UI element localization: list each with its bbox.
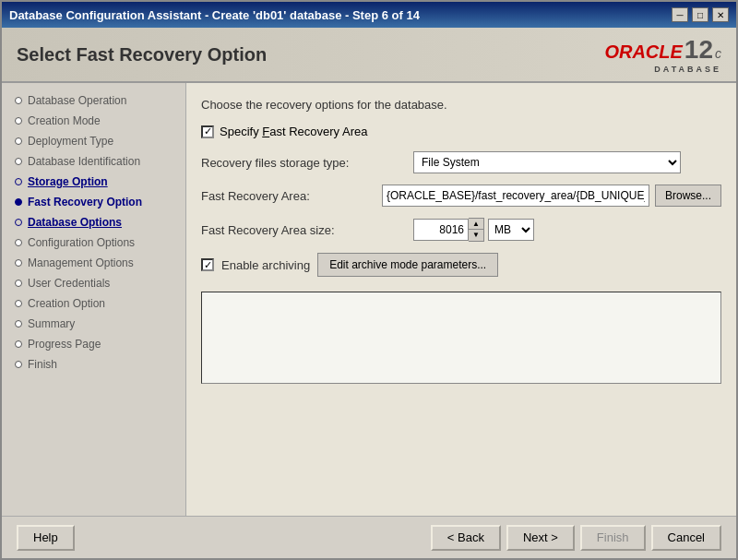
sidebar-item-database-identification: Database Identification [2,151,185,172]
recovery-area-size-input[interactable] [413,219,469,241]
specify-recovery-checkbox-row: ✓ Specify Fast Recovery Area [201,125,721,138]
spinner-down[interactable]: ▼ [469,230,483,241]
main-window: Database Configuration Assistant - Creat… [0,0,738,560]
instruction-text: Choose the recovery options for the data… [201,98,721,112]
header: Select Fast Recovery Option ORACLE 12c D… [2,28,736,83]
sidebar-item-progress-page: Progress Page [2,334,185,354]
sidebar-item-creation-mode: Creation Mode [2,111,185,131]
recovery-area-size-label: Fast Recovery Area size: [201,223,413,237]
main-panel: Choose the recovery options for the data… [186,83,736,516]
window-title: Database Configuration Assistant - Creat… [9,8,420,22]
sidebar-item-deployment-type: Deployment Type [2,131,185,151]
recovery-storage-control: File System Automatic Storage Management… [413,151,721,173]
footer-right: < Back Next > Finish Cancel [431,525,721,551]
recovery-area-label: Fast Recovery Area: [201,189,382,203]
sidebar-item-summary: Summary [2,314,185,334]
maximize-button[interactable]: □ [692,7,708,22]
text-area-box [201,292,721,384]
sidebar-item-storage-option[interactable]: Storage Option [2,172,185,192]
close-button[interactable]: ✕ [712,7,729,22]
enable-archiving-label: Enable archiving [221,258,310,272]
specify-recovery-label: Specify Fast Recovery Area [220,125,367,138]
size-unit-select[interactable]: MB GB TB [488,219,534,241]
sidebar-item-management-options: Management Options [2,253,185,273]
page-title: Select Fast Recovery Option [17,44,267,66]
cancel-button[interactable]: Cancel [651,525,721,551]
footer: Help < Back Next > Finish Cancel [2,516,736,558]
enable-archiving-checkbox[interactable]: ✓ [201,258,214,271]
recovery-area-size-group: Fast Recovery Area size: ▲ ▼ MB GB TB [201,218,721,242]
back-button[interactable]: < Back [431,525,501,551]
spinner-buttons: ▲ ▼ [469,218,484,242]
sidebar-item-finish: Finish [2,354,185,375]
recovery-area-control: Browse... [382,185,721,207]
specify-recovery-checkbox[interactable]: ✓ [201,125,214,138]
browse-button[interactable]: Browse... [655,185,721,207]
oracle-version: 12 [684,35,713,65]
minimize-button[interactable]: ─ [672,7,688,22]
sidebar-item-user-credentials: User Credentials [2,273,185,293]
recovery-storage-group: Recovery files storage type: File System… [201,151,721,173]
oracle-db-label: DATABASE [654,65,721,74]
title-bar: Database Configuration Assistant - Creat… [2,2,736,28]
oracle-brand-text: ORACLE [604,42,682,63]
oracle-c: c [715,46,721,61]
recovery-area-group: Fast Recovery Area: Browse... [201,185,721,207]
sidebar-item-fast-recovery-option: Fast Recovery Option [2,192,185,212]
content-area: Database Operation Creation Mode Deploym… [2,83,736,516]
recovery-storage-select[interactable]: File System Automatic Storage Management… [413,151,681,173]
finish-button[interactable]: Finish [580,525,646,551]
recovery-area-input[interactable] [382,185,649,207]
sidebar-item-database-options[interactable]: Database Options [2,212,185,232]
sidebar-item-creation-option: Creation Option [2,293,185,314]
recovery-storage-label: Recovery files storage type: [201,156,413,170]
oracle-logo: ORACLE 12c DATABASE [604,35,721,74]
sidebar-item-database-operation: Database Operation [2,90,185,111]
title-bar-buttons: ─ □ ✕ [672,7,729,22]
sidebar-item-configuration-options: Configuration Options [2,232,185,253]
recovery-area-size-control: ▲ ▼ MB GB TB [413,218,534,242]
footer-left: Help [17,525,75,551]
help-button[interactable]: Help [17,525,75,551]
edit-archive-button[interactable]: Edit archive mode parameters... [317,253,498,277]
spinner-up[interactable]: ▲ [469,219,483,230]
sidebar: Database Operation Creation Mode Deploym… [2,83,186,516]
next-button[interactable]: Next > [506,525,575,551]
archiving-section: ✓ Enable archiving Edit archive mode par… [201,253,721,277]
